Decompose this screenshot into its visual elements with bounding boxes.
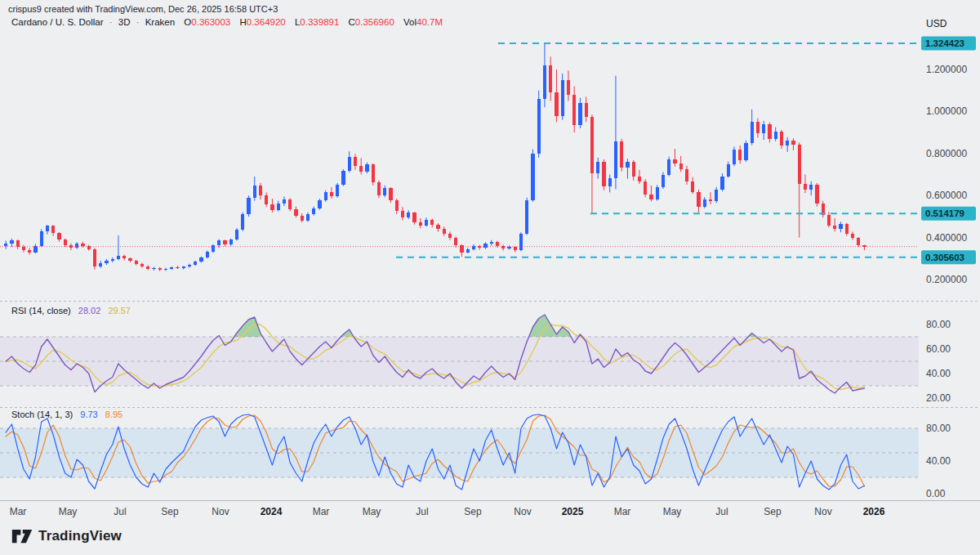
rsi-ma-value: 29.57 — [108, 306, 131, 316]
tradingview-logo-icon — [11, 527, 33, 545]
price-tick-label: 0.200000 — [926, 274, 967, 285]
candle-body — [93, 249, 96, 266]
price-tick-label: 0.800000 — [926, 148, 967, 159]
candle-body — [543, 65, 546, 99]
candle-body — [188, 265, 191, 266]
price-level-badge-label: 1.324423 — [925, 38, 964, 48]
tradingview-logo-text: TradingView — [38, 528, 122, 544]
rsi-legend: RSI (14, close) 28.02 29.57 — [11, 306, 131, 316]
candle-body — [283, 199, 286, 204]
rsi-label[interactable]: RSI (14, close) — [11, 306, 71, 316]
volume-value: 40.7M — [416, 17, 443, 27]
candle-body — [496, 242, 499, 246]
candle-body — [365, 164, 368, 172]
chart-canvas[interactable]: 1.3244230.5141790.305603USD1.2000001.000… — [0, 0, 980, 555]
candle-body — [330, 192, 333, 195]
candle-body — [64, 239, 67, 244]
candle-body — [259, 186, 262, 195]
candle-body — [578, 103, 581, 125]
price-tick-label: 0.600000 — [926, 190, 967, 201]
candle-body — [644, 181, 647, 195]
price-tick-label: 0.400000 — [926, 232, 967, 244]
main-price-panel[interactable] — [0, 43, 919, 271]
high-prefix: H — [239, 17, 246, 27]
candle-body — [412, 213, 416, 222]
candle-body — [377, 182, 381, 195]
candle-body — [199, 257, 203, 262]
candle-body — [176, 267, 179, 268]
candle-body — [649, 195, 653, 199]
candle-body — [626, 162, 629, 167]
candle-body — [514, 247, 517, 250]
candle-body — [265, 195, 268, 204]
candle-body — [170, 267, 173, 269]
tradingview-logo[interactable]: TradingView — [11, 527, 122, 545]
candle-body — [389, 188, 392, 200]
candle-body — [733, 150, 736, 165]
candle-body — [348, 157, 351, 171]
exchange-label[interactable]: Kraken — [145, 17, 175, 27]
candle-body — [727, 164, 730, 176]
candle-body — [590, 117, 594, 173]
candle-body — [632, 162, 635, 177]
candle-body — [839, 224, 842, 229]
candle-body — [555, 92, 558, 115]
stoch-label[interactable]: Stoch (14, 1, 3) — [11, 410, 73, 419]
candle-body — [679, 163, 683, 169]
time-tick-label: May — [663, 506, 682, 517]
time-tick-label: Mar — [313, 506, 330, 517]
candle-body — [436, 225, 439, 230]
volume-prefix: Vol — [403, 17, 416, 27]
time-tick-label: Nov — [212, 506, 229, 517]
candle-body — [247, 198, 250, 214]
rsi-tick-label: 40.00 — [926, 368, 951, 379]
candle-body — [223, 240, 226, 244]
candle-body — [774, 132, 777, 140]
price-level-badge-label: 0.305603 — [925, 253, 964, 262]
stoch-tick-label: 80.00 — [926, 423, 951, 434]
candle-body — [620, 141, 623, 168]
rsi-panel[interactable] — [0, 315, 919, 393]
candle-body — [703, 199, 706, 207]
candle-body — [4, 244, 7, 246]
candle-body — [99, 263, 102, 266]
candle-body — [194, 262, 197, 265]
price-axis-unit: USD — [926, 18, 947, 29]
candle-body — [608, 178, 612, 186]
candle-body — [454, 238, 457, 245]
candle-body — [419, 222, 422, 226]
tradingview-chart-page: { "header": { "attribution": "crispus9 c… — [0, 0, 980, 555]
price-tick-label: 1.200000 — [926, 64, 967, 75]
low-value: 0.339891 — [300, 17, 339, 27]
candle-body — [851, 234, 854, 238]
candle-body — [549, 65, 552, 92]
candle-body — [685, 169, 688, 181]
candle-body — [81, 244, 84, 246]
candle-body — [128, 258, 131, 261]
rsi-overbought-fill — [529, 315, 572, 337]
candle-body — [667, 159, 670, 175]
candle-body — [69, 245, 73, 248]
candle-body — [673, 159, 676, 163]
candle-body — [430, 220, 434, 225]
candle-body — [466, 249, 470, 253]
time-tick-label: 2025 — [562, 506, 584, 517]
price-tick-label: 1.000000 — [926, 105, 967, 117]
candle-body — [709, 199, 712, 202]
symbol-title[interactable]: Cardano / U. S. Dollar — [11, 17, 104, 27]
stoch-panel[interactable] — [0, 414, 919, 490]
candle-body — [318, 200, 321, 208]
candle-body — [738, 150, 742, 160]
candle-body — [40, 231, 43, 246]
time-tick-label: Sep — [764, 506, 782, 517]
candle-body — [762, 124, 765, 133]
candle-body — [341, 171, 345, 185]
interval-label[interactable]: 3D — [118, 17, 131, 27]
candle-body — [443, 229, 446, 234]
candle-body — [756, 122, 760, 134]
candle-body — [253, 186, 256, 198]
separator-dot: · — [109, 17, 113, 27]
candle-body — [158, 268, 162, 270]
candle-body — [111, 259, 114, 261]
price-level-badge-label: 0.514179 — [925, 208, 964, 218]
